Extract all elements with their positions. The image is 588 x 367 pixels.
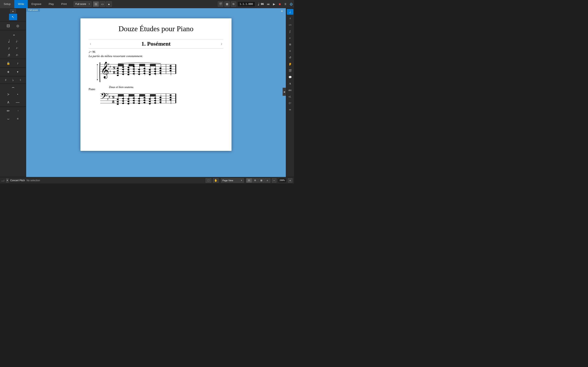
layout-btn-4[interactable]: ≡: [265, 178, 270, 183]
piano-label: Piano: [89, 60, 97, 112]
curve-right-btn[interactable]: ∫: [287, 29, 293, 34]
chord-5-btn[interactable]: 56: [287, 107, 293, 113]
tab-setup[interactable]: Setup: [0, 0, 14, 8]
tempo-marking: ♩= 96: [89, 50, 223, 54]
sharp-btn[interactable]: ♯: [2, 77, 9, 83]
svg-point-40: [138, 69, 140, 70]
svg-rect-45: [139, 64, 145, 65]
svg-text:8: 8: [113, 70, 115, 75]
rewind-btn[interactable]: ⏮: [265, 1, 271, 7]
score-selector[interactable]: Full score Piano: [74, 1, 91, 7]
view-page-btn[interactable]: ⊟: [93, 1, 99, 7]
whole-note-btn[interactable]: 𝅝: [10, 31, 16, 37]
divider-1: [0, 21, 26, 21]
layout-btn-2[interactable]: ⊞: [252, 178, 258, 183]
rest-btn[interactable]: 𝄾: [14, 108, 22, 114]
play-btn[interactable]: ▶: [271, 1, 277, 7]
add-btn[interactable]: +: [4, 69, 12, 75]
svg-point-42: [144, 73, 146, 74]
layout-tool-row: ⊟ ◎: [0, 22, 26, 30]
left-panel: ▲ ↖ ⊟ ◎ 𝅝 ♩ ♩· ♪ ♪· ♬ ♬· 🔒 ♪ + ▼: [0, 8, 26, 177]
score-selector-wrap: Full score Piano: [70, 1, 91, 7]
sixteenth-note-btn[interactable]: ♬: [5, 52, 13, 58]
power-btn[interactable]: ⏻: [288, 1, 294, 7]
lock-btn[interactable]: 🔒: [4, 60, 12, 67]
grid-right-btn[interactable]: ⊞: [287, 42, 293, 47]
dotted-sixteenth-btn[interactable]: ♬·: [13, 52, 21, 58]
svg-point-127: [169, 97, 172, 98]
eye-btn[interactable]: ◎: [14, 22, 22, 29]
film-icon-btn[interactable]: 🎬: [218, 1, 223, 7]
eighth-note-btn[interactable]: ♪: [5, 45, 13, 51]
svg-point-87: [122, 98, 124, 99]
note-selector-btn[interactable]: ▼: [6, 178, 9, 183]
layout-buttons: ⊟ ⊞ ▦ ≡: [246, 178, 270, 183]
ear-right-btn[interactable]: 👂: [287, 61, 293, 67]
marcato-btn[interactable]: ∧: [4, 99, 12, 105]
staff-area:  𝄞 ♯ ♯ ♯ ♯ 9 8: [97, 60, 223, 112]
chevron-down-btn[interactable]: ▼: [14, 69, 22, 75]
note-bottom-icon[interactable]: ♩: [3, 179, 4, 182]
c7-btn[interactable]: C7: [287, 100, 293, 106]
double-bar-btn[interactable]: ⊟: [4, 22, 12, 29]
comment-right-btn[interactable]: 💬: [287, 74, 293, 80]
trill-right-btn[interactable]: tr: [287, 35, 293, 41]
undo-right-btn[interactable]: ↺: [287, 55, 293, 60]
pencil-btn[interactable]: ✏: [4, 108, 12, 114]
arc-btn[interactable]: ⌣: [4, 115, 12, 122]
dotted-eighth-btn[interactable]: ♪·: [13, 45, 21, 51]
zoom-out-btn[interactable]: −: [272, 178, 277, 183]
page-view-selector[interactable]: Page View Continuous View: [221, 178, 244, 183]
quarter-note-btn[interactable]: ♩: [5, 38, 13, 44]
flat-right-btn[interactable]: ♭72: [287, 22, 293, 28]
sharp-right-btn[interactable]: ♯: [287, 16, 293, 21]
metronome-btn[interactable]: ⧖: [283, 1, 288, 7]
mixer-icon-btn[interactable]: ▦: [224, 1, 230, 7]
text-A-btn[interactable]: A: [287, 81, 293, 86]
hand-tool-btn[interactable]: ✋: [213, 178, 219, 183]
svg-rect-89: [118, 95, 124, 96]
measure-num-2: 2: [220, 43, 224, 45]
flat-btn[interactable]: ♭: [10, 77, 16, 83]
select-tool-btn[interactable]: ↖: [9, 14, 17, 20]
tab-print[interactable]: Print: [58, 0, 70, 8]
tab-engrave[interactable]: Engrave: [28, 0, 45, 8]
add-row: + ▼: [0, 68, 26, 76]
svg-point-121: [159, 101, 162, 103]
zoom-in-btn[interactable]: +: [288, 178, 292, 183]
tab-write[interactable]: Write: [14, 0, 28, 8]
record-btn[interactable]: ⏺: [277, 1, 283, 7]
selection-mode-btn[interactable]: ⬚: [206, 178, 211, 183]
staccato-dot-btn[interactable]: ·: [14, 91, 22, 98]
voice-btn2[interactable]: ♪: [14, 60, 22, 67]
video-right-btn[interactable]: 🎬: [287, 68, 293, 73]
svg-rect-88: [118, 94, 124, 95]
lines-btn[interactable]: ≡: [14, 115, 22, 122]
svg-point-52: [154, 73, 156, 75]
svg-point-20: [122, 71, 124, 73]
lines-right-btn[interactable]: ≡: [287, 48, 293, 54]
v1-btn[interactable]: v1.: [287, 94, 293, 100]
layout-btn-3[interactable]: ▦: [259, 178, 264, 183]
accent-btn[interactable]: >: [4, 91, 12, 98]
view-scroll-btn[interactable]: ▭: [100, 1, 105, 7]
left-collapse-btn[interactable]: ▲: [10, 9, 16, 13]
divider-2: [0, 30, 26, 30]
svg-point-103: [138, 98, 140, 99]
slur-btn[interactable]: ⌢: [9, 84, 17, 90]
svg-point-113: [149, 98, 151, 100]
right-collapse-btn[interactable]: ◀: [283, 88, 286, 96]
add-score-tab-btn[interactable]: +: [280, 9, 284, 13]
tab-play[interactable]: Play: [45, 0, 58, 8]
layout-btn-1[interactable]: ⊟: [246, 178, 252, 183]
plugin-icon-btn[interactable]: ⧉: [231, 1, 236, 7]
note-input-right-btn[interactable]: ♩: [287, 9, 293, 15]
dotted-quarter-btn[interactable]: ♩·: [13, 38, 21, 44]
natural-btn[interactable]: ♮: [17, 77, 24, 83]
tenuto-btn[interactable]: —: [14, 99, 22, 105]
svg-point-19: [122, 73, 124, 75]
text-abc-btn[interactable]: abc: [287, 87, 293, 93]
panel-collapse-btn[interactable]: ▲: [106, 1, 112, 7]
svg-rect-109: [139, 95, 145, 96]
svg-point-34: [133, 66, 135, 67]
